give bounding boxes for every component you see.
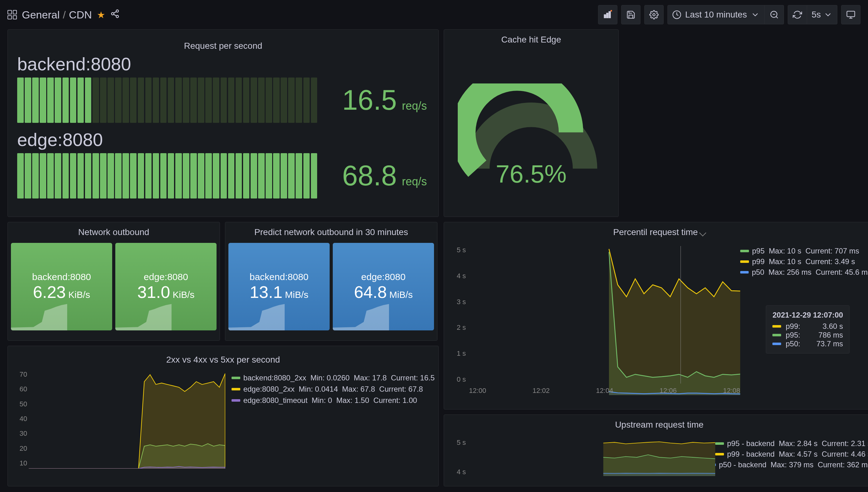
star-icon[interactable]: ★ [97,9,105,20]
rps-value: 16.5 [342,84,397,116]
svg-point-2 [116,15,119,18]
legend-item[interactable]: p99 - backend Max: 4.57 s Current: 4.46 … [715,450,868,459]
stat-unit: KiB/s [69,290,90,300]
panel-title: 2xx vs 4xx vs 5xx per second [11,350,435,367]
settings-button[interactable] [644,5,664,24]
svg-line-4 [114,14,117,16]
share-icon[interactable] [110,9,120,21]
panel-title: Request per second [17,36,429,53]
breadcrumb: General / CDN [22,9,92,21]
svg-line-11 [776,17,778,18]
breadcrumb-sep: / [63,9,66,21]
stat-value: 31.0 [137,282,170,302]
panel-percentile-request-time[interactable]: Percentil request time 5 s4 s3 s2 s1 s0 … [444,222,868,410]
stat-name: edge:8080 [144,272,188,282]
legend-item[interactable]: p50 Max: 256 ms Current: 45.6 ms [740,268,868,277]
stat-value: 6.23 [33,282,66,302]
stat-unit: KiB/s [173,290,195,300]
chevron-down-icon [750,10,760,19]
rps-unit: req/s [399,99,427,112]
svg-rect-13 [847,11,855,17]
svg-line-3 [114,11,117,13]
panel-upstream-request-time[interactable]: Upstream request time 5 s4 s p95 - backe… [444,415,868,486]
bar-gauge [17,153,317,198]
panel-request-per-second[interactable]: Request per second backend:8080 16.5 req… [7,29,439,217]
breadcrumb-folder[interactable]: General [22,9,60,21]
stat-tile: backend:8080 13.1 MiB/s [228,243,330,330]
legend-item[interactable]: p95 - backend Max: 2.84 s Current: 2.31 … [715,439,868,448]
stat-tile: edge:8080 31.0 KiB/s [115,243,216,330]
stat-value: 13.1 [250,282,282,302]
refresh-button[interactable] [788,5,807,24]
panel-title: Percentil request time [444,222,868,240]
stat-name: backend:8080 [32,272,91,282]
stat-name: edge:8080 [361,272,406,282]
legend-item[interactable]: edge:8080_2xx Min: 0.0414 Max: 67.8 Curr… [232,385,435,394]
rps-unit: req/s [399,175,427,188]
stat-unit: MiB/s [285,290,308,300]
stat-value: 64.8 [354,282,387,302]
legend-item[interactable]: backend:8080_2xx Min: 0.0260 Max: 17.8 C… [232,373,435,382]
panel-title: Network outbound [8,222,220,240]
svg-point-1 [111,13,114,15]
time-range-button[interactable]: Last 10 minutes [667,5,765,24]
svg-rect-6 [607,13,608,18]
zoom-out-button[interactable] [765,5,784,24]
chevron-down-icon [699,229,707,236]
legend-item[interactable]: p95 Max: 10 s Current: 707 ms [740,247,868,255]
stat-tile: backend:8080 6.23 KiB/s [11,243,112,330]
refresh-interval-button[interactable]: 5s [807,5,837,24]
breadcrumb-dashboard[interactable]: CDN [69,9,92,21]
panel-cache-hit-edge[interactable]: Cache hit Edge 76.5% [444,29,619,217]
panel-title: Predict network outbound in 30 minutes [225,222,437,240]
add-panel-button[interactable] [598,5,617,24]
legend-item[interactable]: p99 Max: 10 s Current: 3.49 s [740,257,868,266]
panel-status-codes[interactable]: 2xx vs 4xx vs 5xx per second 70605040302… [7,346,439,486]
time-range-label: Last 10 minutes [685,10,747,20]
svg-point-0 [116,10,119,12]
chart-tooltip: 2021-12-29 12:07:00 p99:3.60 sp95:786 ms… [766,305,849,353]
panel-title: Cache hit Edge [501,30,561,47]
bar-gauge [17,77,317,123]
save-button[interactable] [621,5,641,24]
panel-title: Upstream request time [444,415,868,432]
chevron-down-icon [823,10,833,19]
stat-tile: edge:8080 64.8 MiB/s [333,243,434,330]
svg-point-8 [653,14,655,16]
apps-icon[interactable] [7,10,17,19]
legend-item[interactable]: edge:8080_timeout Min: 0 Max: 1.50 Curre… [232,396,435,405]
rps-value: 68.8 [342,160,397,191]
tooltip-time: 2021-12-29 12:07:00 [772,311,843,319]
legend-item[interactable]: p50 - backend Max: 379 ms Current: 362 m… [715,461,868,469]
stat-unit: MiB/s [389,290,413,300]
svg-rect-5 [604,15,606,18]
rps-series-label: backend:8080 [17,53,429,74]
tv-mode-button[interactable] [841,5,861,24]
gauge-value: 76.5% [496,160,567,189]
rps-series-label: edge:8080 [17,129,429,150]
svg-rect-7 [609,11,611,18]
panel-network-outbound[interactable]: Network outbound backend:8080 6.23 KiB/s… [7,222,220,341]
panel-predict-network-outbound[interactable]: Predict network outbound in 30 minutes b… [225,222,437,341]
stat-name: backend:8080 [250,272,309,282]
refresh-interval-label: 5s [812,10,821,20]
